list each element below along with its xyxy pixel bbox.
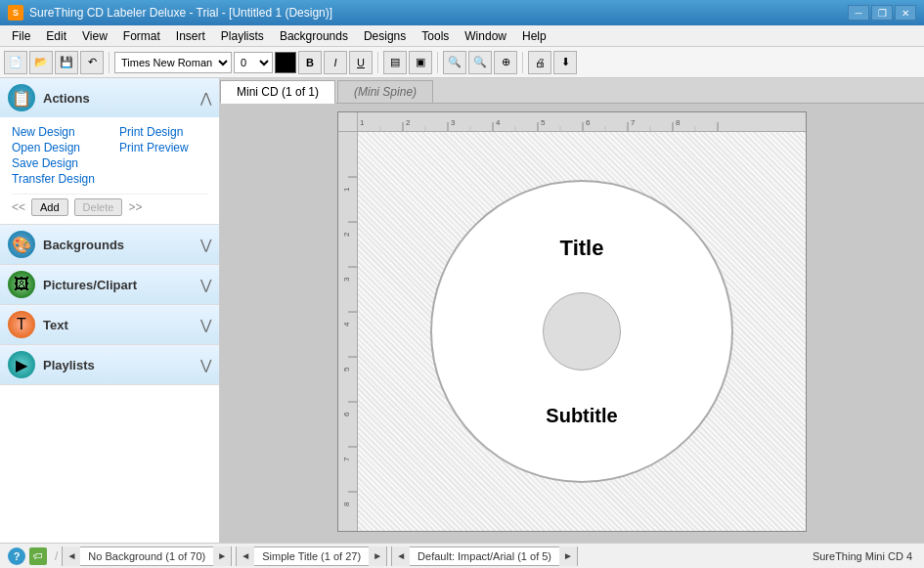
pictures-icon: 🖼 bbox=[8, 271, 35, 298]
menu-designs[interactable]: Designs bbox=[356, 27, 414, 45]
text-header[interactable]: T Text ⋁ bbox=[0, 305, 219, 344]
size-select[interactable]: 0 8 10 12 bbox=[234, 52, 273, 73]
font-select[interactable]: Times New Roman Arial Impact bbox=[114, 52, 232, 73]
restore-button[interactable]: ❐ bbox=[871, 5, 893, 21]
svg-text:8: 8 bbox=[342, 502, 351, 506]
new-design-link[interactable]: New Design bbox=[12, 125, 100, 139]
color-picker[interactable] bbox=[275, 52, 296, 73]
minimize-button[interactable]: ─ bbox=[848, 5, 869, 21]
underline-btn[interactable]: U bbox=[349, 51, 373, 74]
background-nav: ◄ No Background (1 of 70) ► bbox=[62, 546, 232, 566]
bg-nav-text: No Background (1 of 70) bbox=[80, 550, 213, 562]
pictures-header[interactable]: 🖼 Pictures/Clipart ⋁ bbox=[0, 265, 219, 304]
font-nav-text: Default: Impact/Arial (1 of 5) bbox=[410, 550, 559, 562]
actions-header[interactable]: 📋 Actions ⋀ bbox=[0, 78, 219, 117]
backgrounds-title: Backgrounds bbox=[43, 238, 193, 252]
bg-prev-btn[interactable]: ◄ bbox=[63, 546, 80, 566]
zoom-out-btn[interactable]: 🔍 bbox=[468, 51, 492, 74]
zoom-in-btn[interactable]: 🔍 bbox=[443, 51, 466, 74]
title-prev-btn[interactable]: ◄ bbox=[237, 546, 254, 566]
prev-arrow[interactable]: << bbox=[12, 200, 25, 214]
title-text: SureThing CD Labeler Deluxe - Trial - [U… bbox=[29, 6, 332, 20]
font-prev-btn[interactable]: ◄ bbox=[392, 546, 410, 566]
menu-backgrounds[interactable]: Backgrounds bbox=[272, 27, 356, 45]
font-next-btn[interactable]: ► bbox=[559, 546, 577, 566]
menu-bar: File Edit View Format Insert Playlists B… bbox=[0, 25, 924, 47]
menu-playlists[interactable]: Playlists bbox=[213, 27, 272, 45]
tab-mini-spine[interactable]: (Mini Spine) bbox=[337, 80, 433, 103]
text-title: Text bbox=[43, 318, 193, 332]
sep1 bbox=[109, 52, 110, 73]
svg-text:3: 3 bbox=[451, 118, 456, 127]
print-btn[interactable]: 🖨 bbox=[528, 51, 551, 74]
print-design-link[interactable]: Print Design bbox=[119, 125, 207, 139]
svg-text:4: 4 bbox=[342, 322, 351, 327]
bold-btn[interactable]: B bbox=[298, 51, 322, 74]
transfer-design-link[interactable]: Transfer Design bbox=[12, 172, 100, 186]
undo-btn[interactable]: ↶ bbox=[80, 51, 104, 74]
actions-section: 📋 Actions ⋀ New Design Print Design Open… bbox=[0, 78, 219, 225]
actions-title: Actions bbox=[43, 91, 193, 106]
open-design-link[interactable]: Open Design bbox=[12, 141, 100, 154]
disc-inner bbox=[543, 292, 621, 371]
sep2 bbox=[377, 52, 378, 73]
playlists-icon: ▶ bbox=[8, 351, 35, 378]
italic-btn[interactable]: I bbox=[324, 51, 347, 74]
disc-title[interactable]: Title bbox=[560, 236, 604, 261]
window-controls[interactable]: ─ ❐ ✕ bbox=[848, 5, 916, 21]
disc-subtitle[interactable]: Subtitle bbox=[546, 405, 617, 427]
playlists-title: Playlists bbox=[43, 358, 193, 372]
svg-text:8: 8 bbox=[676, 118, 681, 127]
left-panel: 📋 Actions ⋀ New Design Print Design Open… bbox=[0, 78, 220, 543]
svg-text:7: 7 bbox=[631, 118, 636, 127]
download-btn[interactable]: ⬇ bbox=[553, 51, 577, 74]
playlists-header[interactable]: ▶ Playlists ⋁ bbox=[0, 345, 219, 384]
pictures-title: Pictures/Clipart bbox=[43, 278, 193, 292]
print-preview-link[interactable]: Print Preview bbox=[119, 141, 207, 154]
svg-text:2: 2 bbox=[342, 232, 351, 237]
svg-text:7: 7 bbox=[342, 457, 351, 461]
menu-insert[interactable]: Insert bbox=[168, 27, 213, 45]
svg-text:3: 3 bbox=[342, 277, 351, 282]
title-nav-text: Simple Title (1 of 27) bbox=[254, 550, 369, 562]
save-btn[interactable]: 💾 bbox=[55, 51, 78, 74]
ruler-left-svg: 1 2 3 4 5 6 7 8 bbox=[338, 132, 358, 531]
open-btn[interactable]: 📂 bbox=[29, 51, 53, 74]
svg-rect-0 bbox=[358, 112, 806, 132]
title-next-btn[interactable]: ► bbox=[369, 546, 386, 566]
svg-text:2: 2 bbox=[406, 118, 411, 127]
delete-button[interactable]: Delete bbox=[74, 198, 123, 216]
align-center-btn[interactable]: ▣ bbox=[409, 51, 432, 74]
design-canvas[interactable]: Title Subtitle bbox=[358, 132, 806, 531]
menu-help[interactable]: Help bbox=[514, 27, 554, 45]
svg-text:4: 4 bbox=[496, 118, 501, 127]
menu-window[interactable]: Window bbox=[457, 27, 514, 45]
backgrounds-icon: 🎨 bbox=[8, 231, 35, 258]
svg-text:6: 6 bbox=[586, 118, 591, 127]
save-design-link[interactable]: Save Design bbox=[12, 156, 100, 170]
add-button[interactable]: Add bbox=[31, 198, 68, 216]
menu-file[interactable]: File bbox=[4, 27, 38, 45]
ruler-top: 1 2 3 4 5 6 7 8 bbox=[358, 112, 806, 132]
menu-edit[interactable]: Edit bbox=[38, 27, 74, 45]
align-left-btn[interactable]: ▤ bbox=[383, 51, 407, 74]
bg-next-btn[interactable]: ► bbox=[213, 546, 231, 566]
new-btn[interactable]: 📄 bbox=[4, 51, 27, 74]
pictures-chevron: ⋁ bbox=[200, 277, 211, 292]
label-icon[interactable]: 🏷 bbox=[29, 547, 47, 565]
text-icon: T bbox=[8, 311, 35, 338]
zoom-fit-btn[interactable]: ⊕ bbox=[494, 51, 517, 74]
menu-format[interactable]: Format bbox=[115, 27, 168, 45]
menu-tools[interactable]: Tools bbox=[414, 27, 457, 45]
tab-mini-cd[interactable]: Mini CD (1 of 1) bbox=[220, 80, 335, 104]
next-arrow[interactable]: >> bbox=[128, 200, 142, 214]
text-section: T Text ⋁ bbox=[0, 305, 219, 345]
canvas-tabs: Mini CD (1 of 1) (Mini Spine) bbox=[220, 78, 924, 104]
menu-view[interactable]: View bbox=[74, 27, 115, 45]
text-chevron: ⋁ bbox=[200, 317, 211, 332]
backgrounds-header[interactable]: 🎨 Backgrounds ⋁ bbox=[0, 225, 219, 264]
close-button[interactable]: ✕ bbox=[895, 5, 916, 21]
actions-toolbar: << Add Delete >> bbox=[12, 194, 207, 216]
help-icon[interactable]: ? bbox=[8, 547, 25, 565]
sep4 bbox=[522, 52, 523, 73]
